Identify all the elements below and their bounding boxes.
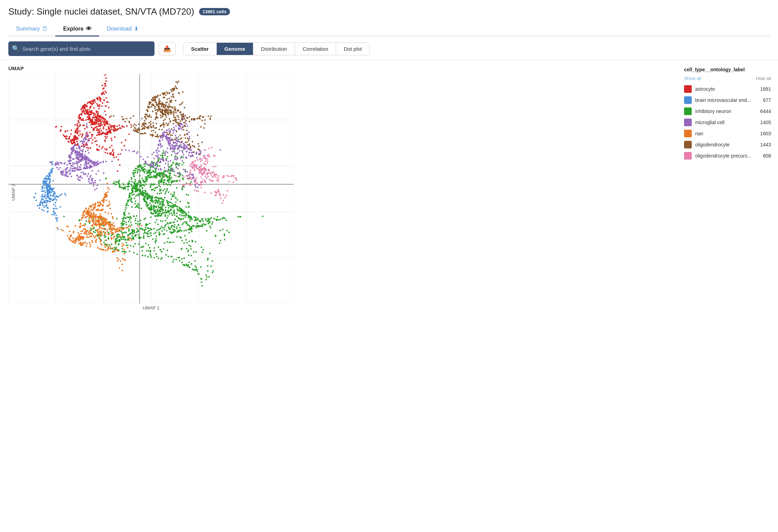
legend-panel: cell_type__ontology_label Show all Hide … [681, 60, 778, 311]
legend-color-swatch [684, 141, 692, 148]
plot-type-tabs: Scatter Genome Distribution Correlation … [183, 42, 370, 55]
legend-item-label: oligodendrocyte [695, 142, 757, 147]
legend-items: astrocyte 1681 brain microvascular end..… [684, 85, 771, 160]
tab-summary[interactable]: Summary 🗒 [8, 22, 55, 37]
legend-item-label: inhibitory neuron [695, 108, 757, 114]
plot-tab-genome[interactable]: Genome [217, 43, 253, 55]
explore-icon: 👁 [86, 26, 92, 32]
plot-area: UMAP UMAP 2 UMAP 1 [0, 60, 681, 311]
legend-item-label: oligodendrocyte precurs... [695, 153, 760, 159]
plot-tab-scatter[interactable]: Scatter [183, 43, 217, 55]
download-icon: ⬇ [134, 25, 138, 32]
show-all-button[interactable]: Show all [684, 76, 701, 81]
tab-download[interactable]: Download ⬇ [99, 22, 146, 37]
legend-item[interactable]: nan 1603 [684, 130, 771, 137]
search-input[interactable] [22, 46, 151, 52]
y-axis-label: UMAP 2 [11, 184, 16, 201]
search-icon: 🔍 [12, 45, 19, 53]
legend-title: cell_type__ontology_label [684, 67, 771, 72]
legend-controls: Show all Hide all [684, 76, 771, 81]
toolbar: 🔍 📤 Scatter Genome Distribution Correlat… [0, 37, 778, 60]
legend-item-count: 6444 [760, 108, 771, 114]
legend-color-swatch [684, 107, 692, 115]
umap-canvas[interactable] [8, 74, 294, 304]
tab-explore[interactable]: Explore 👁 [55, 22, 99, 37]
summary-label: Summary [16, 26, 40, 32]
page-title: Study: Single nuclei dataset, SN/VTA (MD… [8, 6, 194, 17]
legend-item[interactable]: brain microvascular end... 677 [684, 96, 771, 104]
legend-item-count: 677 [763, 97, 771, 103]
title-row: Study: Single nuclei dataset, SN/VTA (MD… [8, 6, 770, 17]
legend-item[interactable]: oligodendrocyte precurs... 608 [684, 152, 771, 160]
legend-item-label: nan [695, 131, 757, 136]
legend-item-count: 1443 [760, 142, 771, 147]
cell-count-badge: 13861 cells [199, 8, 230, 15]
scatter-container: UMAP 2 UMAP 1 [8, 74, 294, 311]
legend-color-swatch [684, 152, 692, 160]
x-axis-label: UMAP 1 [143, 305, 159, 311]
header: Study: Single nuclei dataset, SN/VTA (MD… [0, 0, 778, 37]
upload-icon: 📤 [163, 45, 171, 53]
plot-tab-distribution[interactable]: Distribution [253, 43, 295, 55]
legend-item-count: 608 [763, 153, 771, 159]
legend-color-swatch [684, 85, 692, 93]
legend-item-label: brain microvascular end... [695, 97, 760, 103]
legend-item-count: 1405 [760, 120, 771, 125]
legend-item-count: 1681 [760, 86, 771, 92]
search-wrapper: 🔍 [8, 41, 154, 56]
page-container: Study: Single nuclei dataset, SN/VTA (MD… [0, 0, 778, 532]
legend-item[interactable]: microglial cell 1405 [684, 119, 771, 126]
legend-item-label: astrocyte [695, 86, 757, 92]
legend-item-label: microglial cell [695, 120, 757, 125]
legend-color-swatch [684, 96, 692, 104]
legend-color-swatch [684, 130, 692, 137]
upload-button[interactable]: 📤 [159, 42, 175, 55]
legend-item[interactable]: inhibitory neuron 6444 [684, 107, 771, 115]
main-content: UMAP UMAP 2 UMAP 1 cell_type__ontology_l… [0, 60, 778, 311]
download-label: Download [107, 26, 132, 32]
summary-icon: 🗒 [42, 26, 48, 32]
hide-all-button[interactable]: Hide all [756, 76, 771, 81]
explore-label: Explore [63, 26, 84, 32]
legend-item-count: 1603 [760, 131, 771, 136]
legend-color-swatch [684, 119, 692, 126]
plot-type-label: UMAP [8, 65, 681, 71]
legend-item[interactable]: oligodendrocyte 1443 [684, 141, 771, 148]
plot-tab-correlation[interactable]: Correlation [295, 43, 336, 55]
plot-tab-dotplot[interactable]: Dot plot [336, 43, 370, 55]
nav-tabs: Summary 🗒 Explore 👁 Download ⬇ [8, 22, 770, 37]
legend-item[interactable]: astrocyte 1681 [684, 85, 771, 93]
